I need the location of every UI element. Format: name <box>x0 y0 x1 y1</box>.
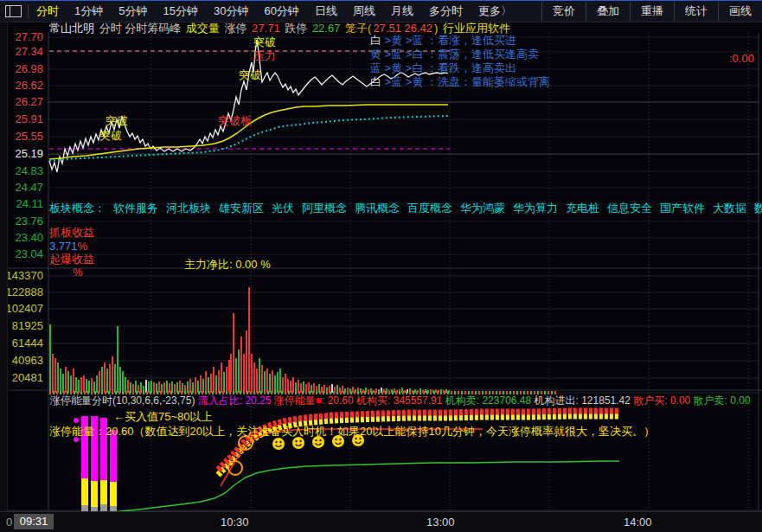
text-segment: 22.67 <box>312 22 343 35</box>
time-tick: 14:00 <box>624 516 652 529</box>
toolbar-button-0[interactable]: 竞价 <box>541 2 586 21</box>
chart-annotation: 突破 <box>106 115 128 127</box>
toolbar-button-1[interactable]: 叠加 <box>586 2 630 21</box>
smiley-icon <box>292 437 304 449</box>
volume-bars <box>49 287 450 393</box>
concept-tag[interactable]: 阿里概念 <box>302 202 347 215</box>
text-segment: 散户买: 0.00 <box>633 394 693 407</box>
concept-row: 板块概念：软件服务河北板块雄安新区光伏阿里概念腾讯概念百度概念华为鸿蒙华为算力充… <box>49 201 762 216</box>
text-segment: ■ <box>316 394 322 407</box>
text-segment: 流入占比: 20.25 <box>198 394 274 407</box>
text-segment: 27.71 <box>252 22 283 35</box>
text-segment: >黄 >蓝 ：看涨，逢低买进 <box>381 34 516 47</box>
text-segment: 成交量 <box>186 22 223 35</box>
right-ratio-value: :0.00 <box>729 53 754 65</box>
toolbar-tab-9[interactable]: 多分时 <box>421 2 471 21</box>
time-cursor-prefix: 0 <box>6 516 12 529</box>
toolbar-button-4[interactable]: 画线 <box>718 2 762 21</box>
concept-tag[interactable]: 雄安新区 <box>219 202 264 215</box>
split-screen-icon[interactable] <box>5 5 22 17</box>
toolbar-tab-8[interactable]: 月线 <box>383 2 421 21</box>
burst-profit-label: 起爆收益 <box>49 253 94 266</box>
energy-note: 涨停能量：20.60（数值达到20以上，关注准备买入时机！如果20以上能保持10… <box>49 426 655 438</box>
strategy-line-3: 蓝 >黄 >白 ：看跌，逢高卖出 <box>370 62 516 74</box>
text-segment: 涨停能量 <box>274 394 316 407</box>
concept-tag[interactable]: 华为鸿蒙 <box>460 202 505 215</box>
text-segment: : 20.60 <box>322 394 356 407</box>
text-segment: :0.00 <box>729 52 754 65</box>
text-segment: ←买入值75~80以上 <box>113 410 213 423</box>
toolbar-actions: 竞价叠加重播统计画线 <box>541 1 762 22</box>
toolbar-tab-3[interactable]: 15分钟 <box>155 2 205 21</box>
concept-tag[interactable]: 数据中心 <box>754 202 762 215</box>
concept-tag[interactable]: 信息安全 <box>607 202 652 215</box>
concept-tag[interactable]: 软件服务 <box>113 202 158 215</box>
concept-tag[interactable]: 百度概念 <box>407 202 452 215</box>
buy-sell-tick-strip <box>49 391 558 394</box>
time-tick: 10:30 <box>221 516 249 529</box>
text-segment: 机构买: 345557.91 <box>356 394 445 407</box>
app-window: 分时1分钟5分钟15分钟30分钟60分钟日线周线月线多分时更多〉 竞价叠加重播统… <box>0 0 762 532</box>
concept-tag[interactable]: 腾讯概念 <box>355 202 400 215</box>
period-tabs: 分时1分钟5分钟15分钟30分钟60分钟日线周线月线多分时更多〉 <box>29 2 520 21</box>
energy-pane-header: 涨停能量分时(10,30,6,6,-23,75) 流入占比: 20.25 涨停能… <box>50 395 751 407</box>
chart-annotation: 突破 <box>253 36 276 48</box>
text-segment: 白 <box>370 75 381 88</box>
concept-tag[interactable]: 河北板块 <box>166 202 211 215</box>
text-segment: >蓝 >黄 ：洗盘：量能萎缩或背离 <box>381 75 550 88</box>
toolbar-tab-10[interactable]: 更多〉 <box>471 2 520 21</box>
toolbar-tab-7[interactable]: 周线 <box>345 2 383 21</box>
time-axis: 0 09:31 10:3013:0014:00 <box>0 511 762 532</box>
text-segment: 蓝 >黄 >白 ：看跌，逢高卖出 <box>370 61 516 74</box>
chart-annotation: 突破 <box>99 130 122 142</box>
text-segment: 起爆收益 <box>49 253 94 266</box>
text-segment: ) <box>434 22 441 35</box>
strategy-line-4: 白 >蓝 >黄 ：洗盘：量能萎缩或背离 <box>370 76 550 88</box>
strategy-line-2: 黄 >蓝 >白 ：震荡，逢低买逢高卖 <box>370 48 539 61</box>
toolbar-tab-6[interactable]: 日线 <box>307 2 345 21</box>
toolbar-tab-2[interactable]: 5分钟 <box>111 2 155 21</box>
text-segment: 跌停 <box>285 22 311 35</box>
concept-tag[interactable]: 充电桩 <box>566 202 599 215</box>
buy-hint: ←买入值75~80以上 <box>113 411 213 423</box>
text-segment: 涨停能量分时(10,30,6,6,-23,75) <box>50 394 198 407</box>
text-segment: 27.51 26.42 <box>373 22 432 35</box>
text-segment: 涨停 <box>224 22 250 35</box>
strategy-line-1: 白 >黄 >蓝 ：看涨，逢低买进 <box>370 35 516 47</box>
toolbar-tab-4[interactable]: 30分钟 <box>206 2 256 21</box>
toolbar-tab-0[interactable]: 分时 <box>29 2 67 21</box>
concept-tag[interactable]: 华为算力 <box>513 202 558 215</box>
text-segment: % <box>78 240 88 253</box>
text-segment: 机构进出: 121851.42 <box>535 394 634 407</box>
grab-profit-value: 3.771% <box>49 240 87 253</box>
smiley-icon <box>272 438 285 450</box>
text-segment: 笼子( <box>345 22 371 35</box>
text-segment[interactable]: 行业应用软件 <box>443 22 510 35</box>
concept-tag[interactable]: 国产软件 <box>660 202 705 215</box>
chart-annotation: 突破 <box>239 69 261 81</box>
main-net-ratio: 主力净比: 0.00 % <box>184 259 271 271</box>
chart-annotation: 压力 <box>253 50 276 62</box>
concept-tag[interactable]: 大数据 <box>713 202 746 215</box>
text-segment: 机构卖: 223706.48 <box>445 394 535 407</box>
text-segment: 3.771 <box>49 240 78 253</box>
text-segment: 抓板收益 <box>49 226 94 239</box>
title-row: 常山北明 分时 分时筹码峰 成交量 涨停 27.71 跌停 22.67 笼子(2… <box>49 22 762 35</box>
concept-tag[interactable]: 光伏 <box>272 202 294 215</box>
text-segment: % <box>73 266 83 279</box>
text-segment: 白 <box>370 34 381 47</box>
left-edge-strip <box>0 21 8 532</box>
toolbar-button-3[interactable]: 统计 <box>674 2 718 21</box>
toolbar-tab-1[interactable]: 1分钟 <box>67 2 111 21</box>
text-segment: 常山北明 <box>49 22 98 35</box>
burst-profit-value: % <box>73 266 83 279</box>
text-segment: 主力净比: 0.00 % <box>184 258 271 271</box>
toolbar-button-2[interactable]: 重播 <box>630 2 674 21</box>
text-segment: 涨停能量：20.60（数值达到20以上，关注准备买入时机！如果20以上能保持10… <box>49 425 655 438</box>
time-tick: 13:00 <box>426 516 455 529</box>
toolbar-tab-5[interactable]: 60分钟 <box>256 2 306 21</box>
grab-profit-label: 抓板收益 <box>49 227 94 239</box>
text-segment: 分时 分时筹码峰 <box>99 22 184 35</box>
text-segment: 黄 >蓝 >白 ：震荡，逢低买逢高卖 <box>370 48 539 61</box>
text-segment: 散户卖: 0.00 <box>694 394 751 407</box>
